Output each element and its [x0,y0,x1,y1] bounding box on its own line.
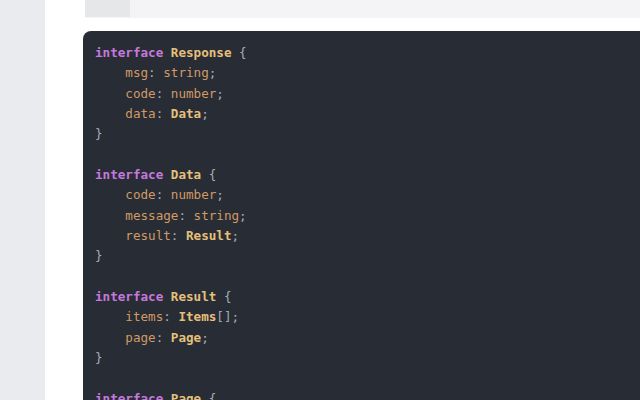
code-token-punct: ; [209,65,217,80]
code-token-type: Items [178,309,216,324]
code-token-punct: : [156,106,171,121]
code-token-plain [95,228,125,243]
code-token-name: string [163,65,209,80]
code-token-kw: interface [95,289,163,304]
code-line: } [95,246,640,266]
code-token-punct: : [156,187,171,202]
code-token-name: number [171,86,217,101]
code-token-punct: : [156,330,171,345]
code-token-plain [95,106,125,121]
code-token-plain [95,309,125,324]
code-token-plain [95,330,125,345]
code-token-punct: : [163,309,178,324]
code-token-type: Data [171,106,201,121]
code-token-punct: ; [216,86,224,101]
code-token-name: items [125,309,163,324]
code-line: interface Page { [95,389,640,400]
code-token-type: Response [171,45,232,60]
code-token-punct: { [201,167,216,182]
code-token-punct: : [156,86,171,101]
code-token-punct: { [216,289,231,304]
code-line: data: Data; [95,104,640,124]
code-line: code: number; [95,185,640,205]
code-token-punct: } [95,126,103,141]
page-root: interface Response { msg: string; code: … [0,0,640,400]
tab-stub[interactable] [85,0,130,17]
code-token-name: message [125,208,178,223]
code-line: result: Result; [95,226,640,246]
code-line: interface Response { [95,43,640,63]
code-token-name: code [125,187,155,202]
code-token-punct: ; [201,330,209,345]
code-token-punct: : [148,65,163,80]
code-token-type: Data [171,167,201,182]
code-block: interface Response { msg: string; code: … [83,31,640,400]
code-token-name: code [125,86,155,101]
code-token-name: page [125,330,155,345]
code-line: } [95,124,640,144]
code-token-punct: ; [216,187,224,202]
code-token-plain [163,289,171,304]
code-line [95,267,640,287]
code-line [95,145,640,165]
code-token-kw: interface [95,45,163,60]
code-token-plain [163,45,171,60]
code-token-punct: ; [239,208,247,223]
code-token-plain [95,65,125,80]
toolbar-strip [85,0,640,18]
code-line: code: number; [95,84,640,104]
code-token-punct: ; [232,228,240,243]
code-token-punct: } [95,248,103,263]
code-token-plain [95,86,125,101]
code-token-punct: { [232,45,247,60]
code-token-type: Result [171,289,217,304]
code-token-plain [95,208,125,223]
left-gutter-sidebar [0,0,45,400]
code-line: interface Data { [95,165,640,185]
code-line [95,368,640,388]
code-token-punct: } [95,350,103,365]
code-token-punct: : [178,208,193,223]
code-token-name: data [125,106,155,121]
code-content: interface Response { msg: string; code: … [95,43,640,400]
code-line: message: string; [95,206,640,226]
code-line: interface Result { [95,287,640,307]
code-token-type: Page [171,391,201,400]
code-token-name: msg [125,65,148,80]
code-token-punct: { [201,391,216,400]
code-token-kw: interface [95,167,163,182]
code-token-punct: : [171,228,186,243]
code-token-plain [163,167,171,182]
code-token-name: string [194,208,240,223]
code-token-name: number [171,187,217,202]
code-token-name: result [125,228,171,243]
code-token-type: Result [186,228,232,243]
code-token-punct: ; [201,106,209,121]
code-token-plain [95,187,125,202]
code-line: } [95,348,640,368]
code-token-punct: []; [216,309,239,324]
code-token-plain [163,391,171,400]
code-token-kw: interface [95,391,163,400]
code-token-type: Page [171,330,201,345]
code-line: msg: string; [95,63,640,83]
code-line: page: Page; [95,328,640,348]
code-line: items: Items[]; [95,307,640,327]
